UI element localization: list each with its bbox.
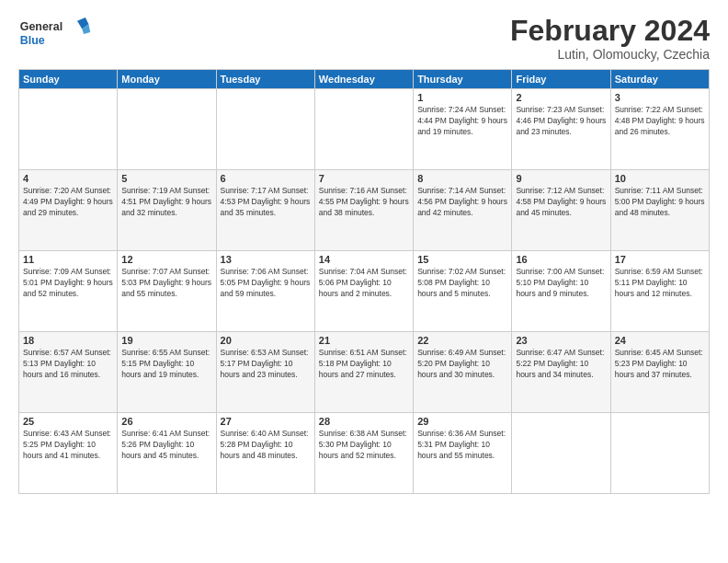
week-row-2: 4Sunrise: 7:20 AM Sunset: 4:49 PM Daylig…: [19, 170, 710, 251]
day-info: Sunrise: 7:24 AM Sunset: 4:44 PM Dayligh…: [417, 105, 507, 138]
day-info: Sunrise: 7:06 AM Sunset: 5:05 PM Dayligh…: [221, 267, 311, 300]
day-info: Sunrise: 6:53 AM Sunset: 5:17 PM Dayligh…: [221, 348, 311, 381]
day-number: 4: [23, 173, 113, 184]
day-number: 5: [121, 173, 211, 184]
calendar-cell: [216, 89, 314, 170]
calendar-cell: 5Sunrise: 7:19 AM Sunset: 4:51 PM Daylig…: [118, 170, 216, 251]
day-info: Sunrise: 6:47 AM Sunset: 5:22 PM Dayligh…: [516, 348, 606, 381]
day-info: Sunrise: 7:17 AM Sunset: 4:53 PM Dayligh…: [221, 186, 311, 219]
day-info: Sunrise: 7:11 AM Sunset: 5:00 PM Dayligh…: [615, 186, 705, 219]
day-number: 16: [516, 254, 606, 265]
calendar-cell: 19Sunrise: 6:55 AM Sunset: 5:15 PM Dayli…: [118, 332, 216, 413]
calendar-cell: 13Sunrise: 7:06 AM Sunset: 5:05 PM Dayli…: [216, 251, 314, 332]
calendar-cell: 2Sunrise: 7:23 AM Sunset: 4:46 PM Daylig…: [512, 89, 610, 170]
day-info: Sunrise: 7:23 AM Sunset: 4:46 PM Dayligh…: [516, 105, 606, 138]
day-info: Sunrise: 7:19 AM Sunset: 4:51 PM Dayligh…: [121, 186, 211, 219]
calendar-cell: 21Sunrise: 6:51 AM Sunset: 5:18 PM Dayli…: [314, 332, 413, 413]
calendar-cell: 16Sunrise: 7:00 AM Sunset: 5:10 PM Dayli…: [512, 251, 610, 332]
day-number: 1: [417, 92, 507, 103]
day-number: 20: [221, 335, 311, 346]
calendar-cell: 17Sunrise: 6:59 AM Sunset: 5:11 PM Dayli…: [610, 251, 709, 332]
calendar-cell: 6Sunrise: 7:17 AM Sunset: 4:53 PM Daylig…: [216, 170, 314, 251]
day-number: 22: [417, 335, 507, 346]
weekday-header-row: Sunday Monday Tuesday Wednesday Thursday…: [19, 70, 710, 89]
calendar-cell: 3Sunrise: 7:22 AM Sunset: 4:48 PM Daylig…: [610, 89, 709, 170]
calendar-cell: 12Sunrise: 7:07 AM Sunset: 5:03 PM Dayli…: [118, 251, 216, 332]
title-section: February 2024 Lutin, Olomoucky, Czechia: [510, 15, 710, 62]
day-number: 9: [516, 173, 606, 184]
calendar-cell: 24Sunrise: 6:45 AM Sunset: 5:23 PM Dayli…: [610, 332, 709, 413]
calendar-cell: 10Sunrise: 7:11 AM Sunset: 5:00 PM Dayli…: [610, 170, 709, 251]
header-wednesday: Wednesday: [314, 70, 413, 89]
day-number: 21: [319, 335, 409, 346]
location-subtitle: Lutin, Olomoucky, Czechia: [510, 47, 710, 62]
day-info: Sunrise: 7:22 AM Sunset: 4:48 PM Dayligh…: [615, 105, 705, 138]
day-number: 2: [516, 92, 606, 103]
day-info: Sunrise: 6:36 AM Sunset: 5:31 PM Dayligh…: [417, 429, 507, 462]
header-thursday: Thursday: [414, 70, 512, 89]
day-number: 7: [319, 173, 409, 184]
day-number: 26: [121, 416, 211, 427]
day-number: 3: [615, 92, 705, 103]
calendar-cell: 1Sunrise: 7:24 AM Sunset: 4:44 PM Daylig…: [414, 89, 512, 170]
week-row-3: 11Sunrise: 7:09 AM Sunset: 5:01 PM Dayli…: [19, 251, 710, 332]
day-info: Sunrise: 7:00 AM Sunset: 5:10 PM Dayligh…: [516, 267, 606, 300]
logo-svg: General Blue: [18, 15, 92, 52]
header-tuesday: Tuesday: [216, 70, 314, 89]
calendar-cell: [610, 413, 709, 494]
day-number: 6: [221, 173, 311, 184]
day-info: Sunrise: 6:43 AM Sunset: 5:25 PM Dayligh…: [23, 429, 113, 462]
day-info: Sunrise: 7:20 AM Sunset: 4:49 PM Dayligh…: [23, 186, 113, 219]
svg-text:General: General: [20, 20, 63, 33]
day-number: 19: [121, 335, 211, 346]
week-row-4: 18Sunrise: 6:57 AM Sunset: 5:13 PM Dayli…: [19, 332, 710, 413]
day-number: 23: [516, 335, 606, 346]
day-info: Sunrise: 7:14 AM Sunset: 4:56 PM Dayligh…: [417, 186, 507, 219]
header-sunday: Sunday: [19, 70, 118, 89]
day-info: Sunrise: 7:16 AM Sunset: 4:55 PM Dayligh…: [319, 186, 409, 219]
day-number: 24: [615, 335, 705, 346]
logo: General Blue: [18, 15, 92, 52]
day-number: 8: [417, 173, 507, 184]
day-info: Sunrise: 6:45 AM Sunset: 5:23 PM Dayligh…: [615, 348, 705, 381]
calendar-cell: [314, 89, 413, 170]
page: General Blue February 2024 Lutin, Olomou…: [0, 0, 728, 563]
day-number: 10: [615, 173, 705, 184]
calendar-cell: 7Sunrise: 7:16 AM Sunset: 4:55 PM Daylig…: [314, 170, 413, 251]
day-info: Sunrise: 7:02 AM Sunset: 5:08 PM Dayligh…: [417, 267, 507, 300]
day-info: Sunrise: 6:55 AM Sunset: 5:15 PM Dayligh…: [121, 348, 211, 381]
calendar-cell: 25Sunrise: 6:43 AM Sunset: 5:25 PM Dayli…: [19, 413, 118, 494]
day-info: Sunrise: 7:09 AM Sunset: 5:01 PM Dayligh…: [23, 267, 113, 300]
week-row-1: 1Sunrise: 7:24 AM Sunset: 4:44 PM Daylig…: [19, 89, 710, 170]
month-year-title: February 2024: [510, 15, 710, 47]
calendar-cell: [19, 89, 118, 170]
day-info: Sunrise: 7:12 AM Sunset: 4:58 PM Dayligh…: [516, 186, 606, 219]
day-number: 15: [417, 254, 507, 265]
calendar-cell: 4Sunrise: 7:20 AM Sunset: 4:49 PM Daylig…: [19, 170, 118, 251]
day-info: Sunrise: 6:41 AM Sunset: 5:26 PM Dayligh…: [121, 429, 211, 462]
calendar-cell: [118, 89, 216, 170]
day-number: 27: [221, 416, 311, 427]
calendar-cell: 11Sunrise: 7:09 AM Sunset: 5:01 PM Dayli…: [19, 251, 118, 332]
calendar-cell: 22Sunrise: 6:49 AM Sunset: 5:20 PM Dayli…: [414, 332, 512, 413]
calendar-cell: 18Sunrise: 6:57 AM Sunset: 5:13 PM Dayli…: [19, 332, 118, 413]
calendar-cell: 23Sunrise: 6:47 AM Sunset: 5:22 PM Dayli…: [512, 332, 610, 413]
calendar-table: Sunday Monday Tuesday Wednesday Thursday…: [18, 69, 710, 494]
day-number: 14: [319, 254, 409, 265]
day-number: 13: [221, 254, 311, 265]
day-number: 25: [23, 416, 113, 427]
calendar-cell: [512, 413, 610, 494]
calendar-cell: 8Sunrise: 7:14 AM Sunset: 4:56 PM Daylig…: [414, 170, 512, 251]
calendar-cell: 28Sunrise: 6:38 AM Sunset: 5:30 PM Dayli…: [314, 413, 413, 494]
day-info: Sunrise: 7:07 AM Sunset: 5:03 PM Dayligh…: [121, 267, 211, 300]
day-info: Sunrise: 6:59 AM Sunset: 5:11 PM Dayligh…: [615, 267, 705, 300]
header: General Blue February 2024 Lutin, Olomou…: [18, 15, 710, 62]
calendar-cell: 14Sunrise: 7:04 AM Sunset: 5:06 PM Dayli…: [314, 251, 413, 332]
calendar-cell: 15Sunrise: 7:02 AM Sunset: 5:08 PM Dayli…: [414, 251, 512, 332]
day-number: 28: [319, 416, 409, 427]
header-friday: Friday: [512, 70, 610, 89]
day-info: Sunrise: 6:57 AM Sunset: 5:13 PM Dayligh…: [23, 348, 113, 381]
calendar-cell: 26Sunrise: 6:41 AM Sunset: 5:26 PM Dayli…: [118, 413, 216, 494]
header-monday: Monday: [118, 70, 216, 89]
day-info: Sunrise: 6:38 AM Sunset: 5:30 PM Dayligh…: [319, 429, 409, 462]
